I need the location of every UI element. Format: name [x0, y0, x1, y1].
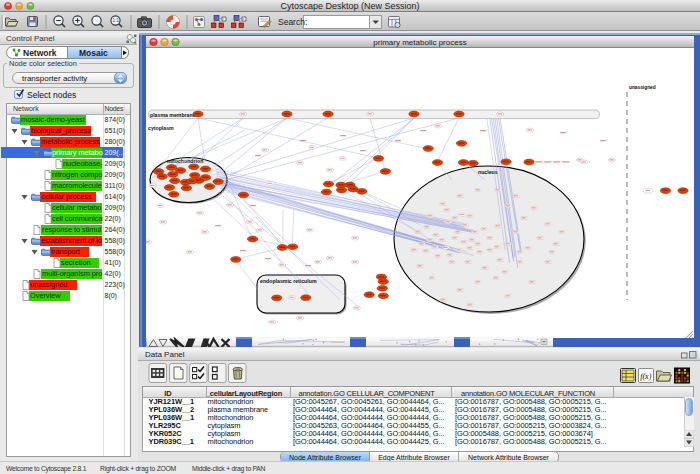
- svg-text:f(x): f(x): [640, 372, 651, 381]
- svg-text:cytoplasm: cytoplasm: [148, 125, 174, 131]
- svg-text:plasma membrane: plasma membrane: [150, 112, 196, 118]
- svg-text:endoplasmic reticulum: endoplasmic reticulum: [260, 278, 317, 284]
- svg-text:unassigned: unassigned: [629, 85, 656, 90]
